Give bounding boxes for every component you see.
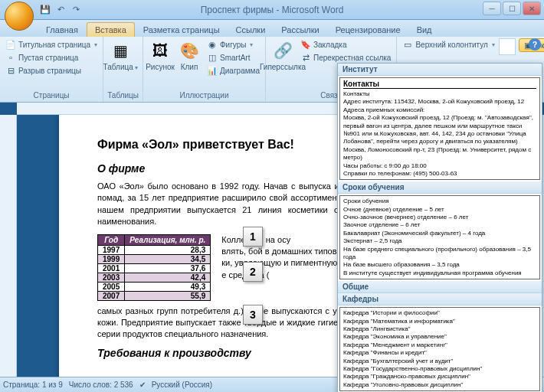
shapes-icon: ◉ xyxy=(207,39,218,50)
status-words[interactable]: Число слов: 2 536 xyxy=(69,381,133,389)
help-button[interactable]: ? xyxy=(529,38,541,51)
group-pages-label: Страницы xyxy=(3,90,100,100)
status-language[interactable]: Русский (Россия) xyxy=(152,381,212,389)
link-icon: 🔗 xyxy=(272,40,293,61)
gallery-category: Сроки обучения xyxy=(338,181,542,194)
break-icon: ⊟ xyxy=(5,65,16,76)
qat-save-icon[interactable]: 💾 xyxy=(38,3,52,17)
window-title: Проспект фирмы - Microsoft Word xyxy=(201,5,344,15)
office-button[interactable] xyxy=(5,2,34,31)
status-proofing-icon[interactable]: ✔ xyxy=(139,381,146,389)
callout-2: 2 xyxy=(243,262,263,282)
ribbon-tabs: Главная Вставка Разметка страницы Ссылки… xyxy=(0,20,544,37)
group-tables-label: Таблицы xyxy=(107,90,139,100)
qat-undo-icon[interactable]: ↶ xyxy=(54,3,67,17)
cover-page-button[interactable]: 📄Титульная страница xyxy=(3,38,100,51)
gallery-category: Общие xyxy=(338,281,542,293)
page-break-button[interactable]: ⊟Разрыв страницы xyxy=(3,64,100,77)
gallery-category: Кафедры xyxy=(338,293,542,305)
data-table: ГодРеализация, млн. р.199728,3199934,520… xyxy=(97,234,211,301)
vertical-ruler[interactable] xyxy=(0,115,17,377)
minimize-button[interactable]: ─ xyxy=(483,2,501,15)
status-page[interactable]: Страница: 1 из 9 xyxy=(3,381,63,389)
header-button[interactable]: ▭Верхний колонтитул xyxy=(400,38,497,51)
bookmark-button[interactable]: 🔖Закладка xyxy=(298,38,393,51)
crossref-button[interactable]: ⇄Перекрестная ссылка xyxy=(298,51,393,64)
table-button[interactable]: ▦Таблица xyxy=(107,38,134,90)
tab-references[interactable]: Ссылки xyxy=(228,23,274,37)
gallery-block-departments[interactable]: Кафедра "Истории и философии"Кафедра "Ма… xyxy=(339,307,540,391)
group-illus-label: Иллюстрации xyxy=(146,90,262,100)
picture-icon: 🖼 xyxy=(149,40,171,61)
clip-icon: 🎨 xyxy=(179,40,200,61)
close-button[interactable]: ✕ xyxy=(523,2,541,15)
hyperlink-button[interactable]: 🔗Гиперссылка xyxy=(269,38,297,90)
qat-redo-icon[interactable]: ↷ xyxy=(69,3,83,17)
page-icon: 📄 xyxy=(5,39,16,50)
smartart-icon: ◫ xyxy=(207,52,218,63)
blank-page-button[interactable]: ▫Пустая страница xyxy=(3,51,100,64)
callout-1: 1 xyxy=(243,227,263,247)
smartart-button[interactable]: ◫SmartArt xyxy=(205,51,262,64)
gallery-block-contacts[interactable]: Контакты КонтактыАдрес института: 115432… xyxy=(339,77,540,180)
crossref-icon: ⇄ xyxy=(300,52,311,63)
tab-review[interactable]: Рецензирование xyxy=(328,23,408,37)
chart-button[interactable]: 📊Диаграмма xyxy=(205,64,262,77)
tab-mailings[interactable]: Рассылки xyxy=(274,23,326,37)
shapes-button[interactable]: ◉Фигуры xyxy=(205,38,262,51)
tab-layout[interactable]: Разметка страницы xyxy=(136,23,228,37)
tab-home[interactable]: Главная xyxy=(38,23,86,37)
maximize-button[interactable]: ☐ xyxy=(503,2,521,15)
chart-icon: 📊 xyxy=(207,65,218,76)
blank-page-icon: ▫ xyxy=(5,52,16,63)
table-icon: ▦ xyxy=(110,40,131,61)
callout-3: 3 xyxy=(243,305,263,325)
gallery-category: Институт xyxy=(338,64,542,76)
wordart-button[interactable] xyxy=(499,38,516,55)
quick-parts-gallery: Институт Контакты КонтактыАдрес институт… xyxy=(337,63,542,392)
bookmark-icon: 🔖 xyxy=(300,39,311,50)
tab-view[interactable]: Вид xyxy=(409,23,440,37)
tab-insert[interactable]: Вставка xyxy=(87,22,135,37)
gallery-block-terms[interactable]: Сроки обученияОчное (дневное) отделение … xyxy=(339,195,540,279)
clip-button[interactable]: 🎨Клип xyxy=(175,38,203,90)
picture-button[interactable]: 🖼Рисунок xyxy=(146,38,174,90)
header-icon: ▭ xyxy=(402,39,413,50)
